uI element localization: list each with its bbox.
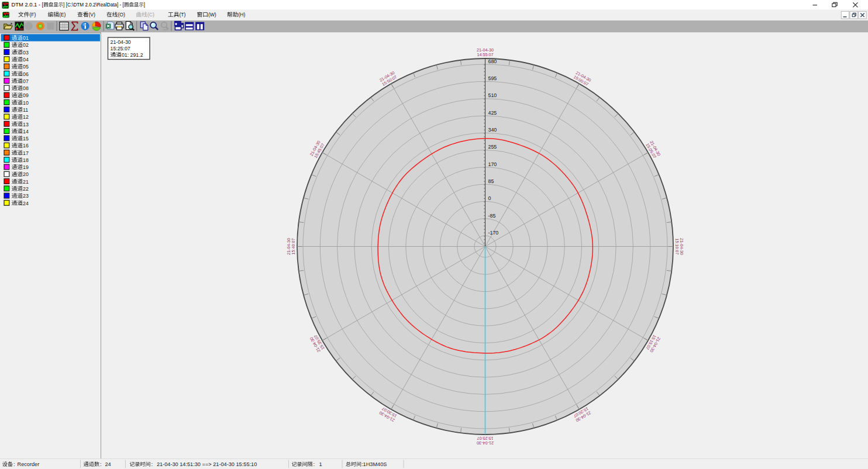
svg-text:21: 21 (23, 179, 29, 185)
svg-text::: : (13, 461, 15, 467)
svg-text:19: 19 (23, 164, 29, 170)
svg-text:21-04-30 14:51:30 ==> 21-04-30: 21-04-30 14:51:30 ==> 21-04-30 15:55:10 (157, 461, 257, 467)
svg-text:(O): (O) (118, 12, 125, 18)
svg-text:09: 09 (23, 92, 29, 98)
svg-text:04: 04 (23, 57, 29, 63)
svg-text:14:55:07: 14:55:07 (477, 52, 494, 57)
svg-text:170: 170 (488, 161, 497, 167)
svg-text:21-04-30: 21-04-30 (111, 39, 131, 45)
svg-text:15: 15 (23, 136, 29, 142)
svg-text:10: 10 (23, 100, 29, 106)
svg-text:-170: -170 (488, 230, 499, 236)
svg-text::: : (314, 461, 315, 467)
svg-text:595: 595 (488, 75, 497, 81)
svg-text:]: ] (144, 2, 145, 8)
svg-text:(E): (E) (59, 12, 66, 18)
svg-text::: : (100, 461, 102, 467)
svg-text::: : (151, 461, 153, 467)
svg-text:17: 17 (23, 150, 29, 156)
svg-text:07: 07 (23, 78, 29, 84)
svg-text:(T): (T) (179, 12, 185, 18)
svg-text:05: 05 (23, 64, 29, 70)
svg-text:(C): (C) (147, 12, 154, 18)
svg-text:-85: -85 (488, 213, 496, 219)
svg-text::1H3M40S: :1H3M40S (361, 461, 387, 467)
svg-text:(H): (H) (238, 12, 245, 18)
svg-text:08: 08 (23, 85, 29, 91)
svg-text:DTM 2.0.1 - [: DTM 2.0.1 - [ (12, 1, 44, 8)
svg-text:13: 13 (23, 122, 29, 127)
svg-text:340: 340 (488, 127, 497, 133)
svg-text:20: 20 (23, 171, 29, 177)
svg-text:03: 03 (23, 50, 29, 56)
svg-text:15:40:07: 15:40:07 (291, 239, 296, 255)
svg-text:01: 291.2: 01: 291.2 (122, 52, 143, 58)
svg-text:15:25:07: 15:25:07 (111, 46, 130, 51)
svg-text:255: 255 (488, 144, 497, 150)
svg-text:24: 24 (23, 201, 29, 206)
svg-text:(W): (W) (208, 12, 216, 18)
svg-text:0: 0 (488, 195, 491, 201)
svg-text:(F): (F) (29, 12, 36, 18)
svg-text:18: 18 (23, 157, 29, 163)
svg-text:Recorder: Recorder (18, 461, 40, 467)
svg-text:11: 11 (23, 107, 28, 113)
svg-text:425: 425 (488, 110, 497, 116)
svg-text:01: 01 (23, 35, 29, 41)
svg-text:24: 24 (105, 461, 111, 467)
svg-text:02: 02 (23, 42, 29, 48)
svg-text:1: 1 (319, 461, 322, 467)
svg-text:16: 16 (23, 143, 29, 149)
svg-text:23: 23 (23, 193, 29, 199)
svg-text:] [C:\DTM 2.0.2\RealData] - [: ] [C:\DTM 2.0.2\RealData] - [ (63, 2, 124, 8)
svg-text:15:10:07: 15:10:07 (674, 239, 680, 255)
svg-text:510: 510 (488, 92, 497, 98)
svg-text:12: 12 (23, 114, 29, 120)
svg-text:85: 85 (488, 178, 494, 184)
svg-text:680: 680 (488, 58, 497, 64)
svg-text:14: 14 (23, 129, 29, 135)
svg-text:15:25:07: 15:25:07 (477, 436, 494, 441)
svg-text:06: 06 (23, 71, 29, 77)
svg-text:22: 22 (23, 186, 29, 192)
svg-text:(V): (V) (88, 12, 95, 18)
